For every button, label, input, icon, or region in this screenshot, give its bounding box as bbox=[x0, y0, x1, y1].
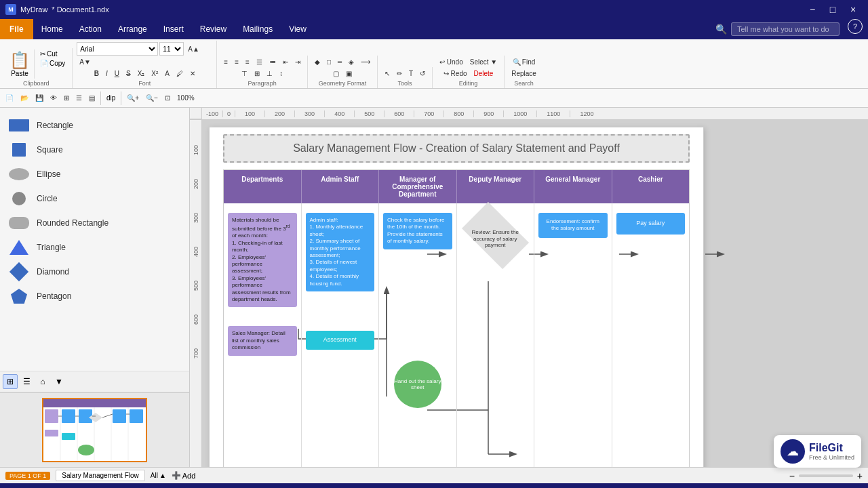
redo-button[interactable]: ↪ Redo bbox=[441, 68, 470, 79]
list-button[interactable]: ☰ bbox=[73, 93, 85, 103]
underline-button[interactable]: U bbox=[112, 68, 122, 79]
align-bottom-button[interactable]: ⊥ bbox=[264, 68, 275, 79]
admin-staff-box[interactable]: Admin staff: 1. Monthly attendance sheet… bbox=[306, 213, 375, 291]
panel-view-icon-btn[interactable]: ⊞ bbox=[3, 374, 18, 389]
align-top-button[interactable]: ⊤ bbox=[239, 68, 250, 79]
review-diamond[interactable]: Review: Ensure the accuracy of salary pa… bbox=[467, 217, 524, 254]
zoom-100-button[interactable]: 100% bbox=[174, 93, 197, 103]
shape-outline-button[interactable]: □ bbox=[324, 57, 334, 67]
shape-diamond-item[interactable]: Diamond bbox=[5, 260, 184, 284]
align-left-button[interactable]: ≡ bbox=[221, 57, 231, 67]
panel-home-btn[interactable]: ⌂ bbox=[35, 374, 50, 389]
assessment-box[interactable]: Assessment bbox=[306, 331, 375, 350]
delete-button[interactable]: Delete bbox=[471, 68, 496, 79]
panel-view-list-btn[interactable]: ☰ bbox=[19, 374, 34, 389]
undo-button[interactable]: ↩ Undo bbox=[437, 57, 466, 67]
search-input[interactable] bbox=[731, 22, 840, 36]
replace-button[interactable]: Replace bbox=[509, 68, 539, 79]
endorsement-box[interactable]: Endorsement: confirm the salary amount bbox=[538, 213, 608, 238]
select-button[interactable]: Select ▼ bbox=[467, 57, 500, 67]
all-dropdown-icon[interactable]: ▲ bbox=[159, 472, 166, 479]
open-button[interactable]: 📂 bbox=[18, 93, 31, 103]
add-tab-button[interactable]: ➕Add bbox=[172, 471, 196, 480]
tab-salary-flow[interactable]: Salary Management Flow bbox=[56, 470, 144, 481]
shape-style2-button[interactable]: ▣ bbox=[343, 68, 355, 79]
new-button[interactable]: 📄 bbox=[3, 93, 16, 103]
pencil-tool-button[interactable]: ✏ bbox=[394, 68, 405, 79]
menu-action[interactable]: Action bbox=[71, 19, 110, 39]
shape-circle-item[interactable]: Circle bbox=[5, 186, 184, 211]
zoom-out-button[interactable]: 🔍− bbox=[143, 93, 161, 103]
shape-rounded-rect-item[interactable]: Rounded Rectangle bbox=[5, 211, 184, 235]
connector-style-button[interactable]: ⟶ bbox=[358, 57, 373, 67]
menu-view[interactable]: View bbox=[281, 19, 315, 39]
thumbnail-image[interactable] bbox=[42, 398, 147, 462]
grid-button[interactable]: ⊞ bbox=[61, 93, 72, 103]
indent-button[interactable]: ⇥ bbox=[292, 57, 303, 67]
menu-arrange[interactable]: Arrange bbox=[110, 19, 155, 39]
maximize-button[interactable]: □ bbox=[823, 0, 842, 19]
subscript-button[interactable]: X₂ bbox=[135, 68, 148, 79]
shape-effects-button[interactable]: ◈ bbox=[346, 57, 357, 67]
paste-button[interactable]: 📋 Paste bbox=[5, 49, 35, 79]
decrease-font-button[interactable]: A▼ bbox=[77, 57, 94, 67]
zoom-fit-button[interactable]: ⊡ bbox=[162, 93, 173, 103]
font-size-select[interactable]: 810111214 bbox=[159, 42, 184, 56]
menu-mailings[interactable]: Mailings bbox=[235, 19, 281, 39]
font-color-button[interactable]: A bbox=[162, 68, 172, 79]
line-style-button[interactable]: ━ bbox=[335, 57, 344, 67]
minimize-button[interactable]: − bbox=[803, 0, 822, 19]
close-button[interactable]: × bbox=[844, 0, 863, 19]
dept-box[interactable]: Materials should be submitted before the… bbox=[228, 213, 297, 307]
strikethrough-button[interactable]: S bbox=[123, 68, 134, 79]
shape-ellipse-item[interactable]: Ellipse bbox=[5, 162, 184, 186]
bold-button[interactable]: B bbox=[92, 68, 102, 79]
shape-style1-button[interactable]: ▢ bbox=[330, 68, 342, 79]
canvas[interactable]: Salary Management Flow - Creation of Sal… bbox=[209, 127, 704, 467]
shape-triangle-item[interactable]: Triangle bbox=[5, 235, 184, 260]
menu-file[interactable]: File bbox=[0, 19, 33, 39]
refresh-tool-button[interactable]: ↺ bbox=[417, 68, 428, 79]
text-tool-button[interactable]: T bbox=[406, 68, 416, 79]
canvas-area[interactable]: -100 0 100 200 300 400 500 600 700 800 9… bbox=[190, 108, 868, 467]
zoom-in-button[interactable]: 🔍+ bbox=[124, 93, 142, 103]
find-button[interactable]: 🔍Find bbox=[510, 57, 538, 67]
align-right-button[interactable]: ≡ bbox=[243, 57, 252, 67]
shape-pentagon-item[interactable]: Pentagon bbox=[5, 284, 184, 308]
numbered-list-button[interactable]: ≔ bbox=[267, 57, 279, 67]
align-middle-button[interactable]: ⊞ bbox=[252, 68, 262, 79]
pointer-tool-button[interactable]: ↖ bbox=[382, 68, 393, 79]
superscript-button[interactable]: X² bbox=[149, 68, 161, 79]
pay-salary-box[interactable]: Pay salary bbox=[616, 213, 686, 235]
zoom-slider[interactable] bbox=[799, 474, 853, 477]
sales-manager-box[interactable]: Sales Manager: Detail list of monthly sa… bbox=[228, 326, 297, 355]
preview-button[interactable]: 👁 bbox=[47, 93, 60, 103]
outdent-button[interactable]: ⇤ bbox=[280, 57, 291, 67]
bullet-list-button[interactable]: ☰ bbox=[254, 57, 265, 67]
align-center-button[interactable]: ≡ bbox=[232, 57, 241, 67]
menu-review[interactable]: Review bbox=[192, 19, 235, 39]
title-bar: M MyDraw * Document1.ndx − □ × bbox=[0, 0, 868, 19]
shape-fill-button[interactable]: ◆ bbox=[312, 57, 323, 67]
shape-square-item[interactable]: Square bbox=[5, 138, 184, 162]
col-header-departments: Departments bbox=[224, 170, 302, 203]
font-family-select[interactable]: ArialTimes New Roman bbox=[77, 42, 158, 56]
detail-button[interactable]: ▤ bbox=[86, 93, 98, 103]
italic-button[interactable]: I bbox=[103, 68, 111, 79]
handout-box[interactable]: Hand out the salary sheet bbox=[394, 361, 441, 408]
increase-font-button[interactable]: A▲ bbox=[185, 44, 202, 54]
shape-rectangle-item[interactable]: Rectangle bbox=[5, 113, 184, 138]
line-spacing-button[interactable]: ↕ bbox=[277, 68, 285, 79]
save-button[interactable]: 💾 bbox=[33, 93, 46, 103]
zoom-out-icon[interactable]: − bbox=[789, 470, 795, 481]
menu-insert[interactable]: Insert bbox=[155, 19, 192, 39]
menu-home[interactable]: Home bbox=[33, 19, 71, 39]
clear-format-button[interactable]: ✕ bbox=[187, 68, 198, 79]
panel-more-btn[interactable]: ▼ bbox=[52, 374, 66, 389]
check-salary-box[interactable]: Check the salary before the 10th of the … bbox=[383, 213, 452, 249]
help-button[interactable]: ? bbox=[848, 19, 863, 34]
highlight-button[interactable]: 🖊 bbox=[174, 68, 186, 79]
copy-button[interactable]: 📄Copy bbox=[39, 59, 66, 68]
zoom-in-icon[interactable]: + bbox=[857, 470, 863, 481]
cut-button[interactable]: ✂Cut bbox=[39, 49, 66, 58]
